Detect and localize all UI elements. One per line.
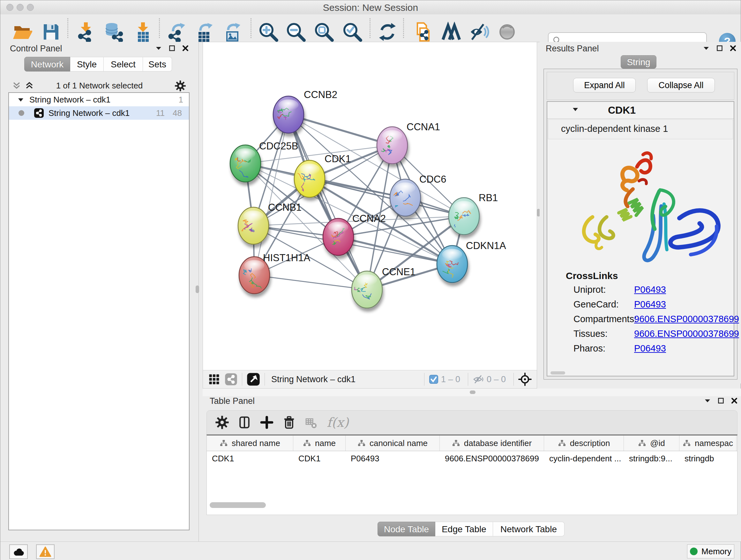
node-label: CDC6 — [419, 174, 446, 185]
birds-eye-view-icon[interactable] — [247, 373, 260, 386]
tab-select[interactable]: Select — [104, 57, 143, 71]
protein-structure-image — [557, 143, 729, 265]
string-results-body: Expand All Collapse All CDK1 cyclin-depe… — [543, 69, 738, 380]
panel-menu-icon[interactable] — [703, 46, 710, 51]
close-panel-icon[interactable] — [182, 45, 189, 51]
network-canvas[interactable]: CCNB2CCNA1CDC25BCDK1CDC6RB1CCNB1CCNA2CDK… — [203, 42, 537, 370]
network-node-CCNA1[interactable]: CCNA1 — [377, 121, 440, 164]
column-header[interactable]: database identifier — [440, 435, 544, 451]
warnings-button[interactable] — [36, 544, 55, 559]
selected-checkbox-icon[interactable] — [429, 374, 439, 384]
cloud-icon — [12, 547, 25, 557]
table-options-gear-icon[interactable] — [215, 415, 229, 430]
table-header-row: shared namenamecanonical namedatabase id… — [207, 435, 737, 451]
tab-string[interactable]: String — [621, 55, 657, 69]
section-collapse-icon[interactable] — [572, 107, 579, 112]
table-tabs: Node Table Edge Table Network Table — [378, 522, 564, 537]
column-header[interactable]: @id — [624, 435, 679, 451]
float-panel-icon[interactable] — [718, 397, 724, 404]
show-columns-icon[interactable] — [238, 415, 252, 430]
collapse-all-button[interactable]: Collapse All — [647, 78, 715, 92]
crosslink-pharos[interactable]: P06493 — [634, 343, 666, 354]
network-node-HIST1H1A[interactable]: HIST1H1A — [239, 252, 310, 294]
import-network-from-database-button[interactable] — [104, 22, 124, 42]
export-image-button[interactable] — [222, 22, 242, 42]
tab-node-table[interactable]: Node Table — [378, 522, 435, 537]
grid-view-icon[interactable] — [208, 373, 220, 385]
function-builder-icon[interactable]: f(x) — [327, 415, 349, 430]
network-options-gear-icon[interactable] — [175, 80, 186, 91]
crosslink-uniprot[interactable]: P06493 — [634, 285, 666, 295]
memory-label: Memory — [701, 547, 731, 557]
panel-menu-icon[interactable] — [155, 46, 162, 51]
network-node-CDKN1A[interactable]: CDKN1A — [437, 240, 506, 283]
memory-status-dot — [690, 548, 697, 555]
string-network-badge-icon[interactable] — [225, 373, 238, 386]
hide-selected-button[interactable] — [469, 22, 489, 42]
tab-edge-table[interactable]: Edge Table — [435, 522, 493, 537]
column-header[interactable]: description — [544, 435, 624, 451]
gene-section: CDK1 cyclin-dependent kinase 1 — [547, 101, 734, 376]
table-panel-title: Table Panel — [210, 396, 255, 406]
column-header[interactable]: canonical name — [346, 435, 440, 451]
table-row[interactable]: CDK1CDK1P064939606.ENSP00000378699cyclin… — [207, 451, 737, 466]
tree-expander-icon[interactable] — [18, 98, 23, 102]
node-table: shared namenamecanonical namedatabase id… — [206, 435, 738, 515]
memory-button[interactable]: Memory — [687, 544, 734, 558]
splitter-handle[interactable] — [470, 390, 475, 394]
tab-sets[interactable]: Sets — [143, 57, 172, 71]
cloud-status-button[interactable] — [9, 544, 28, 559]
network-row[interactable]: String Network – cdk1 11 48 — [9, 106, 189, 120]
node-label: CCNE1 — [382, 266, 415, 277]
application-window: Session: New Session — [0, 0, 741, 560]
zoom-selected-button[interactable] — [342, 22, 362, 42]
column-header[interactable]: name — [293, 435, 346, 451]
tab-style[interactable]: Style — [70, 57, 104, 71]
network-node-CCNB1[interactable]: CCNB1 — [238, 202, 301, 244]
export-network-button[interactable] — [166, 22, 187, 42]
import-network-button[interactable] — [76, 22, 96, 42]
zoom-out-button[interactable] — [286, 22, 306, 42]
expand-all-button[interactable]: Expand All — [573, 78, 636, 92]
network-collection-row[interactable]: String Network – cdk1 1 — [9, 93, 189, 106]
close-panel-icon[interactable] — [730, 45, 736, 51]
table-hscroll-thumb[interactable] — [210, 502, 266, 508]
float-panel-icon[interactable] — [717, 45, 723, 51]
create-column-icon[interactable] — [260, 415, 274, 430]
crosslink-genecard[interactable]: P06493 — [634, 299, 666, 310]
panel-menu-icon[interactable] — [704, 398, 711, 403]
network-node-RB1[interactable]: RB1 — [449, 192, 498, 235]
import-table-button[interactable] — [133, 22, 153, 42]
gene-section-header[interactable]: CDK1 — [547, 102, 734, 119]
table-cell: stringdb — [679, 454, 737, 463]
float-panel-icon[interactable] — [169, 45, 175, 51]
show-all-button[interactable] — [497, 22, 517, 42]
column-header[interactable]: namespac — [679, 435, 737, 451]
splitter-handle[interactable] — [196, 286, 199, 293]
open-session-button[interactable] — [12, 22, 32, 42]
column-header[interactable]: shared name — [207, 435, 293, 451]
tab-network[interactable]: Network — [24, 57, 70, 71]
hidden-eye-icon[interactable] — [473, 374, 484, 384]
tab-network-table[interactable]: Network Table — [493, 522, 564, 537]
delete-column-trash-icon[interactable] — [282, 415, 296, 430]
node-label: CCNA1 — [407, 121, 440, 132]
crosslink-tissues[interactable]: 9606.ENSP00000378699 — [634, 328, 739, 339]
show-graphics-details-icon[interactable] — [441, 22, 461, 42]
zoom-in-button[interactable] — [258, 22, 279, 42]
refresh-view-button[interactable] — [377, 22, 398, 42]
column-type-icon — [303, 439, 311, 447]
save-session-button[interactable] — [41, 22, 61, 42]
network-collection-label: String Network – cdk1 — [29, 95, 111, 105]
string-app-icon — [34, 108, 44, 118]
zoom-fit-button[interactable] — [314, 22, 334, 42]
delete-table-icon[interactable] — [305, 415, 317, 430]
export-table-button[interactable] — [194, 22, 214, 42]
column-type-icon — [683, 439, 691, 447]
network-node-CCNE1[interactable]: CCNE1 — [352, 266, 415, 308]
navigator-crosshair-icon[interactable] — [518, 373, 532, 386]
section-hscroll-thumb[interactable] — [550, 371, 565, 374]
clone-network-button[interactable] — [413, 22, 433, 42]
crosslink-compartments[interactable]: 9606.ENSP00000378699 — [634, 314, 739, 324]
close-panel-icon[interactable] — [731, 397, 738, 404]
